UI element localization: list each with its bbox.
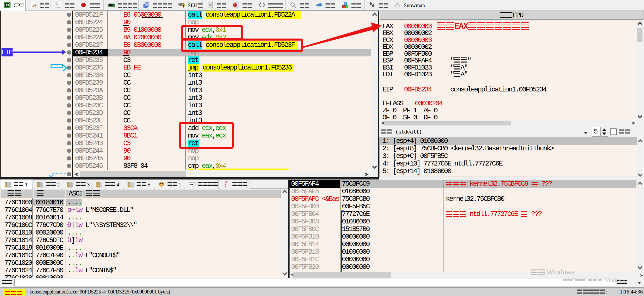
svg-text:x=: x= — [190, 183, 193, 186]
